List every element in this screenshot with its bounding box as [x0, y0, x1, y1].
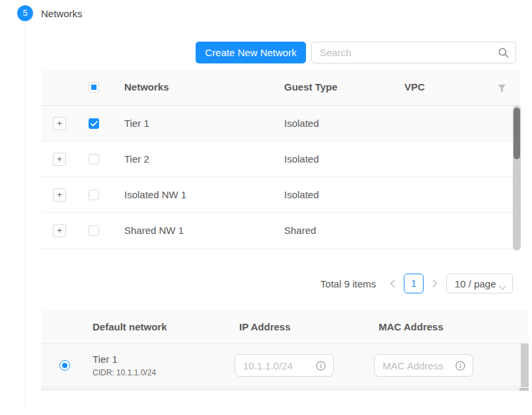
step-title: Networks [41, 8, 83, 19]
chevron-down-icon [499, 281, 506, 293]
column-header-mac-address: MAC Address [379, 321, 443, 332]
row-checkbox-checked[interactable] [89, 118, 99, 129]
horizontal-scrollbar-track[interactable] [41, 388, 529, 391]
scrollbar-corner [519, 388, 529, 391]
default-network-table-header: Default network IP Address MAC Address [41, 311, 529, 344]
page-size-select[interactable]: 10 / page [446, 274, 513, 293]
search-box[interactable] [311, 42, 516, 63]
column-header-ip-address: IP Address [239, 321, 291, 332]
table-row[interactable]: + Tier 1 Isolated [41, 106, 521, 141]
pagination: Total 9 items 1 10 / page [41, 273, 513, 294]
column-header-guest-type: Guest Type [284, 81, 338, 93]
pagination-total: Total 9 items [321, 278, 376, 289]
table-row[interactable]: + Isolated NW 1 Isolated [41, 177, 521, 213]
network-name: Isolated NW 1 [124, 189, 186, 200]
info-icon [455, 361, 465, 371]
network-name: Shared NW 1 [124, 225, 184, 236]
step-number-badge: 5 [17, 5, 33, 21]
select-all-checkbox[interactable] [89, 82, 99, 93]
networks-table: Networks Guest Type VPC + Tier 1 Isolate… [41, 69, 521, 250]
expand-row-button[interactable]: + [53, 153, 66, 166]
info-icon [316, 361, 326, 371]
page-1-button[interactable]: 1 [404, 274, 424, 293]
networks-table-body: + Tier 1 Isolated + Tier 2 Isolated + Is… [41, 106, 521, 250]
create-new-network-button[interactable]: Create New Network [196, 42, 306, 63]
default-network-cidr: CIDR: 10.1.1.0/24 [93, 368, 156, 377]
network-name: Tier 2 [124, 153, 149, 165]
guest-type: Shared [284, 225, 316, 236]
table-row[interactable]: + Tier 2 Isolated [41, 141, 521, 177]
default-network-table: Default network IP Address MAC Address T… [41, 311, 529, 387]
column-header-networks: Networks [124, 81, 169, 93]
next-page-button[interactable] [429, 274, 441, 293]
ip-address-field[interactable] [235, 354, 334, 377]
default-network-radio[interactable] [59, 360, 70, 371]
expand-row-button[interactable]: + [53, 188, 66, 202]
expand-row-button[interactable]: + [53, 117, 66, 130]
table-row[interactable]: + Shared NW 1 Shared [41, 213, 521, 248]
network-name: Tier 1 [124, 118, 149, 129]
column-header-vpc: VPC [404, 81, 425, 93]
column-header-default-network: Default network [93, 321, 167, 332]
networks-wizard-step: 5 Networks Create New Network Networks G… [0, 0, 532, 415]
guest-type: Isolated [284, 118, 319, 129]
filter-icon[interactable] [498, 83, 506, 92]
row-checkbox[interactable] [89, 225, 99, 236]
expand-row-button[interactable]: + [53, 224, 66, 237]
table-scrollbar-track[interactable] [513, 106, 521, 250]
default-network-name: Tier 1 [93, 354, 118, 365]
row-checkbox[interactable] [89, 190, 99, 200]
mac-address-field[interactable] [374, 354, 473, 377]
prev-page-button[interactable] [387, 274, 399, 293]
guest-type: Isolated [284, 189, 319, 200]
search-icon[interactable] [498, 48, 509, 58]
networks-table-header: Networks Guest Type VPC [41, 69, 521, 106]
table-scrollbar-track[interactable] [521, 344, 529, 387]
page-size-value: 10 / page [455, 278, 496, 289]
row-checkbox[interactable] [89, 154, 99, 165]
guest-type: Isolated [284, 153, 319, 165]
default-network-row[interactable]: Tier 1 CIDR: 10.1.1.0/24 [41, 344, 529, 387]
table-scrollbar-thumb[interactable] [513, 108, 520, 159]
wizard-step-connector [25, 0, 26, 410]
search-input[interactable] [312, 42, 515, 63]
